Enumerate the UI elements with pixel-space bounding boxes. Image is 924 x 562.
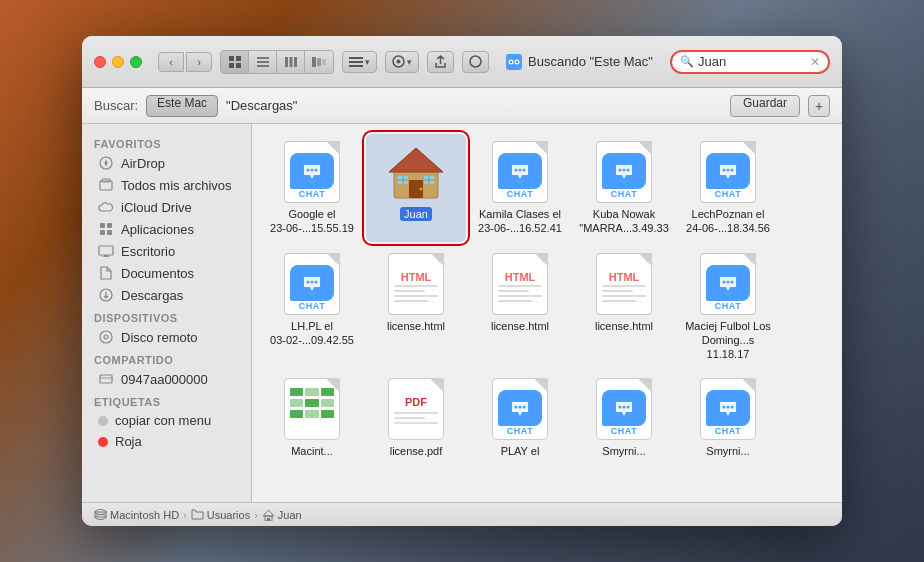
file-item-juan[interactable]: Juan [366, 134, 466, 242]
etiqueta-copiar-label: copiar con menu [115, 413, 211, 428]
back-button[interactable]: ‹ [158, 52, 184, 72]
search-icon: 🔍 [680, 55, 694, 68]
descargas-icon [98, 287, 114, 303]
file-item-smyrni1[interactable]: CHAT Smyrni... [574, 371, 674, 464]
icloud-label: iCloud Drive [121, 200, 192, 215]
breadcrumb-usuarios[interactable]: Usuarios [191, 509, 250, 521]
svg-point-75 [723, 406, 726, 409]
file-name-license3: license.html [595, 319, 653, 333]
svg-marker-81 [263, 510, 274, 516]
file-icon-kuba: CHAT [592, 140, 656, 204]
file-name-smyrni2: Smyrni... [706, 444, 749, 458]
add-criteria-button[interactable]: + [808, 95, 830, 117]
svg-point-18 [470, 56, 481, 67]
sidebar-item-escritorio[interactable]: Escritorio [86, 240, 247, 262]
sidebar-item-airdrop[interactable]: AirDrop [86, 152, 247, 174]
svg-rect-8 [289, 57, 292, 67]
sidebar-item-icloud[interactable]: iCloud Drive [86, 196, 247, 218]
juan-home-icon [262, 508, 275, 521]
icloud-icon [98, 199, 114, 215]
file-name-kuba: Kuba Nowak"MARRA...3.49.33 [579, 207, 669, 236]
svg-point-76 [727, 406, 730, 409]
search-bar[interactable]: 🔍 Juan ✕ [670, 50, 830, 74]
desktop-background: ‹ › ▾ [0, 0, 924, 562]
sidebar-item-aplicaciones[interactable]: Aplicaciones [86, 218, 247, 240]
svg-point-74 [627, 406, 630, 409]
escritorio-icon [98, 243, 114, 259]
svg-point-70 [519, 406, 522, 409]
file-item-macintosh-xlsx[interactable]: Macint... [262, 371, 362, 464]
view-columns-button[interactable] [277, 51, 305, 73]
file-name-maciej: Maciej Fulbol LosDoming...s 11.18.17 [682, 319, 774, 362]
search-clear-button[interactable]: ✕ [810, 55, 820, 69]
file-item-kuba[interactable]: CHAT Kuba Nowak"MARRA...3.49.33 [574, 134, 674, 242]
descargas-path[interactable]: "Descargas" [226, 98, 297, 113]
svg-rect-3 [236, 63, 241, 68]
file-icon-juan [384, 140, 448, 204]
file-item-kamila[interactable]: CHAT Kamila Clases el23-06-...16.52.41 [470, 134, 570, 242]
svg-rect-11 [317, 58, 321, 66]
svg-rect-38 [100, 377, 112, 379]
sidebar-item-copiar[interactable]: copiar con menu [86, 410, 247, 431]
breadcrumb-juan[interactable]: Juan [262, 508, 302, 521]
file-grid: CHAT Google el23-06-...15.55.19 [252, 124, 842, 502]
dispositivos-label: Dispositivos [82, 306, 251, 326]
file-item-license2[interactable]: HTML license.html [470, 246, 570, 368]
file-name-google: Google el23-06-...15.55.19 [270, 207, 354, 236]
svg-rect-19 [506, 54, 522, 70]
svg-point-65 [315, 280, 318, 283]
guardar-button[interactable]: Guardar [730, 95, 800, 117]
svg-point-60 [723, 169, 726, 172]
share-button[interactable] [427, 51, 454, 73]
action-button[interactable]: ▾ [385, 51, 419, 73]
breadcrumb-macintosh-hd[interactable]: Macintosh HD [94, 509, 179, 521]
etiqueta-dot-copiar [98, 416, 108, 426]
svg-rect-83 [267, 518, 270, 521]
este-mac-button[interactable]: Este Mac [146, 95, 218, 117]
airdrop-label: AirDrop [121, 156, 165, 171]
file-item-lhpl[interactable]: CHAT LH.PL el03-02-...09.42.55 [262, 246, 362, 368]
view-list-button[interactable] [249, 51, 277, 73]
documentos-label: Documentos [121, 266, 194, 281]
svg-rect-4 [257, 57, 269, 59]
minimize-button[interactable] [112, 56, 124, 68]
search-value[interactable]: Juan [698, 54, 806, 69]
tag-button[interactable] [462, 51, 489, 73]
file-name-smyrni1: Smyrni... [602, 444, 645, 458]
svg-point-59 [627, 169, 630, 172]
sidebar-item-roja[interactable]: Roja [86, 431, 247, 452]
file-item-maciej[interactable]: CHAT Maciej Fulbol LosDoming...s 11.18.1… [678, 246, 778, 368]
svg-rect-14 [349, 61, 363, 63]
file-item-play[interactable]: CHAT PLAY el [470, 371, 570, 464]
sidebar-item-todos-archivos[interactable]: Todos mis archivos [86, 174, 247, 196]
arrange-button[interactable]: ▾ [342, 51, 377, 73]
usuarios-folder-icon [191, 509, 204, 520]
svg-rect-7 [285, 57, 288, 67]
svg-point-71 [523, 406, 526, 409]
file-item-google[interactable]: CHAT Google el23-06-...15.55.19 [262, 134, 362, 242]
search-toolbar: Buscar: Este Mac "Descargas" Guardar + [82, 88, 842, 124]
file-icon-smyrni2: CHAT [696, 377, 760, 441]
file-item-lech[interactable]: CHAT LechPoznan el24-06-...18.34.56 [678, 134, 778, 242]
forward-button[interactable]: › [186, 52, 212, 72]
file-icon-maciej: CHAT [696, 252, 760, 316]
svg-rect-6 [257, 65, 269, 67]
maximize-button[interactable] [130, 56, 142, 68]
view-cover-button[interactable] [305, 51, 333, 73]
file-item-license1[interactable]: HTML license.html [366, 246, 466, 368]
sidebar-item-shared[interactable]: 0947aa000000 [86, 368, 247, 390]
file-item-smyrni2[interactable]: CHAT Smyrni... [678, 371, 778, 464]
etiqueta-roja-label: Roja [115, 434, 142, 449]
finder-icon [506, 54, 522, 70]
view-icon-button[interactable] [221, 51, 249, 73]
close-button[interactable] [94, 56, 106, 68]
sidebar-item-documentos[interactable]: Documentos [86, 262, 247, 284]
sidebar-item-descargas[interactable]: Descargas [86, 284, 247, 306]
svg-point-57 [619, 169, 622, 172]
file-icon-license3: HTML [592, 252, 656, 316]
file-item-license-pdf[interactable]: PDF license.pdf [366, 371, 466, 464]
svg-point-35 [100, 331, 112, 343]
file-item-license3[interactable]: HTML license.html [574, 246, 674, 368]
svg-point-56 [523, 169, 526, 172]
sidebar-item-disco-remoto[interactable]: Disco remoto [86, 326, 247, 348]
